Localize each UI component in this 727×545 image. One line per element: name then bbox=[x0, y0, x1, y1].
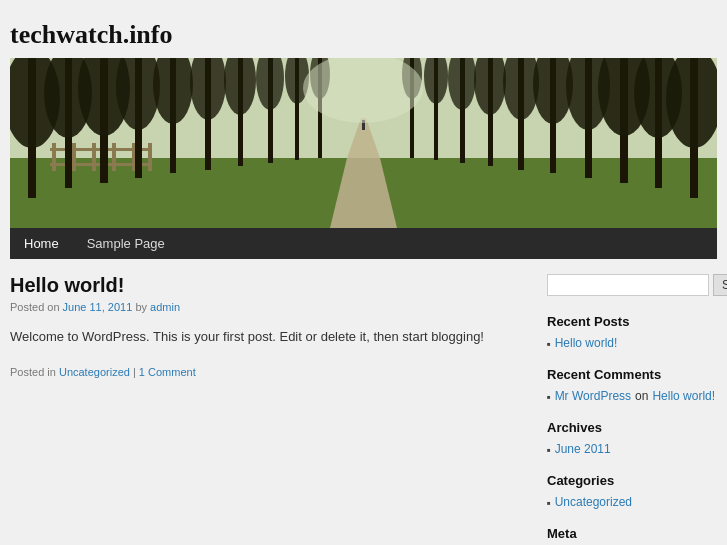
archives-list: June 2011 bbox=[547, 441, 717, 457]
site-title: techwatch.info bbox=[10, 10, 717, 58]
meta-title: Meta bbox=[547, 526, 717, 541]
post-title: Hello world! bbox=[10, 274, 527, 297]
post-comment-link[interactable]: 1 Comment bbox=[139, 366, 196, 378]
header-image bbox=[10, 58, 717, 228]
post-meta-prefix: Posted on bbox=[10, 301, 63, 313]
category-link[interactable]: Uncategorized bbox=[555, 495, 632, 509]
nav-bar: Home Sample Page bbox=[10, 228, 717, 259]
post-by: by bbox=[135, 301, 150, 313]
svg-rect-7 bbox=[72, 143, 76, 171]
recent-post-link[interactable]: Hello world! bbox=[555, 336, 618, 350]
nav-home[interactable]: Home bbox=[10, 228, 73, 259]
main-content: Hello world! Posted on June 11, 2011 by … bbox=[10, 274, 527, 545]
post-footer-prefix: Posted in bbox=[10, 366, 56, 378]
post-separator: | bbox=[133, 366, 136, 378]
post-footer: Posted in Uncategorized | 1 Comment bbox=[10, 366, 527, 378]
categories-list: Uncategorized bbox=[547, 494, 717, 510]
post-date-link[interactable]: June 11, 2011 bbox=[63, 301, 133, 313]
list-item: Mr WordPress on Hello world! bbox=[547, 388, 717, 404]
recent-comments-list: Mr WordPress on Hello world! bbox=[547, 388, 717, 404]
recent-posts-list: Hello world! bbox=[547, 335, 717, 351]
archive-link[interactable]: June 2011 bbox=[555, 442, 611, 456]
list-item: Hello world! bbox=[547, 335, 717, 351]
svg-rect-9 bbox=[112, 143, 116, 171]
search-box: Search bbox=[547, 274, 717, 296]
list-item: Uncategorized bbox=[547, 494, 717, 510]
sidebar: Search Recent Posts Hello world! Recent … bbox=[547, 274, 717, 545]
search-input[interactable] bbox=[547, 274, 709, 296]
recent-posts-title: Recent Posts bbox=[547, 314, 717, 329]
categories-title: Categories bbox=[547, 473, 717, 488]
post-category-link[interactable]: Uncategorized bbox=[59, 366, 130, 378]
recent-comments-title: Recent Comments bbox=[547, 367, 717, 382]
comment-post-link[interactable]: Hello world! bbox=[652, 389, 715, 403]
list-item: June 2011 bbox=[547, 441, 717, 457]
svg-rect-6 bbox=[52, 143, 56, 171]
svg-rect-8 bbox=[92, 143, 96, 171]
nav-sample-page[interactable]: Sample Page bbox=[73, 228, 179, 259]
comment-on: on bbox=[635, 389, 648, 403]
comment-author-link[interactable]: Mr WordPress bbox=[555, 389, 631, 403]
post-content: Welcome to WordPress. This is your first… bbox=[10, 327, 527, 348]
search-button[interactable]: Search bbox=[713, 274, 727, 296]
svg-rect-11 bbox=[148, 143, 152, 171]
post-meta: Posted on June 11, 2011 by admin bbox=[10, 301, 527, 313]
post-author-link[interactable]: admin bbox=[150, 301, 180, 313]
archives-title: Archives bbox=[547, 420, 717, 435]
